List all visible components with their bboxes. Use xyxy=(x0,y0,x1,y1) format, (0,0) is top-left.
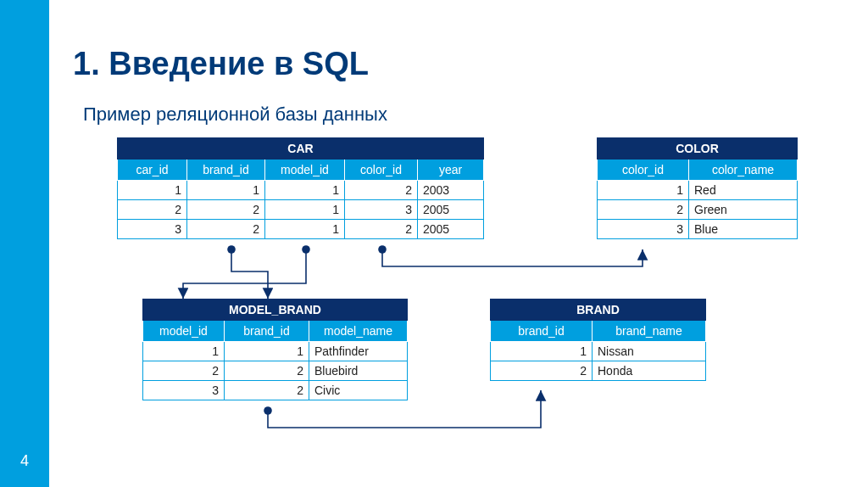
table-row: 1 Red xyxy=(598,181,798,200)
table-row: 2 2 Bluebird xyxy=(143,361,408,381)
table-color-title: COLOR xyxy=(598,138,798,160)
col-header: car_id xyxy=(118,160,187,181)
relation-connectors xyxy=(49,0,868,487)
diagram-canvas: CAR car_id brand_id model_id color_id ye… xyxy=(49,0,868,487)
col-header: brand_name xyxy=(593,321,706,342)
col-header: color_name xyxy=(689,160,798,181)
table-row: 2 Honda xyxy=(491,361,706,381)
table-car-title: CAR xyxy=(118,138,484,160)
page-number: 4 xyxy=(0,452,49,470)
col-header: color_id xyxy=(598,160,689,181)
table-row: 3 2 1 2 2005 xyxy=(118,220,484,239)
table-row: 3 Blue xyxy=(598,220,798,239)
table-row: 1 Nissan xyxy=(491,342,706,361)
col-header: brand_id xyxy=(187,160,265,181)
col-header: brand_id xyxy=(491,321,593,342)
table-row: 1 1 Pathfinder xyxy=(143,342,408,361)
table-brand-title: BRAND xyxy=(491,299,706,321)
col-header: brand_id xyxy=(225,321,309,342)
table-row: 2 2 1 3 2005 xyxy=(118,200,484,220)
rel-car-brandid-to-modelbrand xyxy=(231,249,268,299)
col-header: model_name xyxy=(309,321,408,342)
table-model-brand: MODEL_BRAND model_id brand_id model_name… xyxy=(142,299,408,400)
table-row: 2 Green xyxy=(598,200,798,220)
table-model-brand-title: MODEL_BRAND xyxy=(143,299,408,321)
table-brand: BRAND brand_id brand_name 1 Nissan 2 Hon… xyxy=(490,299,706,381)
col-header: model_id xyxy=(143,321,225,342)
slide-sidebar xyxy=(0,0,49,487)
table-row: 3 2 Civic xyxy=(143,381,408,400)
col-header: year xyxy=(418,160,484,181)
col-header: model_id xyxy=(265,160,345,181)
table-car: CAR car_id brand_id model_id color_id ye… xyxy=(117,137,484,239)
rel-car-colorid-to-color xyxy=(382,249,643,266)
col-header: color_id xyxy=(345,160,418,181)
rel-car-modelid-to-modelbrand xyxy=(183,249,306,299)
table-color: COLOR color_id color_name 1 Red 2 Green … xyxy=(597,137,798,239)
table-row: 1 1 1 2 2003 xyxy=(118,181,484,200)
